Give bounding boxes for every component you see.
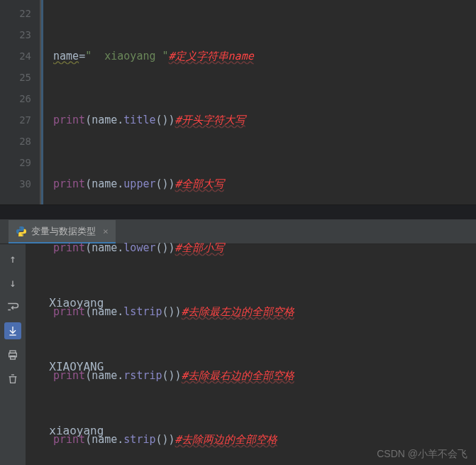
line-number: 24 [11,45,31,67]
code-line: print(name.title())#开头字符大写 [53,109,476,131]
code-line: print(name.lower())#全部小写 [53,237,476,258]
code-text[interactable]: name=" xiaoyang "#定义字符串name print(name.t… [41,0,476,204]
line-number: 28 [11,131,31,152]
line-number: 23 [11,24,31,45]
line-number: 30 [11,173,31,195]
up-arrow-icon[interactable]: ↑ [4,250,21,267]
code-line: name=" xiaoyang "#定义字符串name [53,45,476,67]
code-line: print(name.rstrip())#去除最右边的全部空格 [53,365,476,386]
code-line: print(name.upper())#全部大写 [53,173,476,195]
code-line: print(name.strip())#去除两边的全部空格 [53,429,476,450]
code-line: print(name.lstrip())#去除最左边的全部空格 [53,301,476,322]
line-number-gutter: 22 23 24 25 26 27 28 29 30 [0,0,41,204]
down-arrow-icon[interactable]: ↓ [4,274,21,291]
line-number: 25 [11,67,31,88]
line-number: 27 [11,109,31,131]
console-toolbar: ↑ ↓ [0,244,26,465]
soft-wrap-icon[interactable] [4,298,21,315]
code-editor: 22 23 24 25 26 27 28 29 30 name=" xiaoya… [0,0,476,204]
line-number: 22 [11,3,31,24]
print-icon[interactable] [4,346,21,363]
scroll-to-end-icon[interactable] [4,322,21,339]
line-number: 29 [11,152,31,173]
trash-icon[interactable] [4,371,21,388]
python-icon [16,226,27,237]
watermark: CSDN @小羊不会飞 [377,448,467,461]
line-number: 26 [11,88,31,109]
